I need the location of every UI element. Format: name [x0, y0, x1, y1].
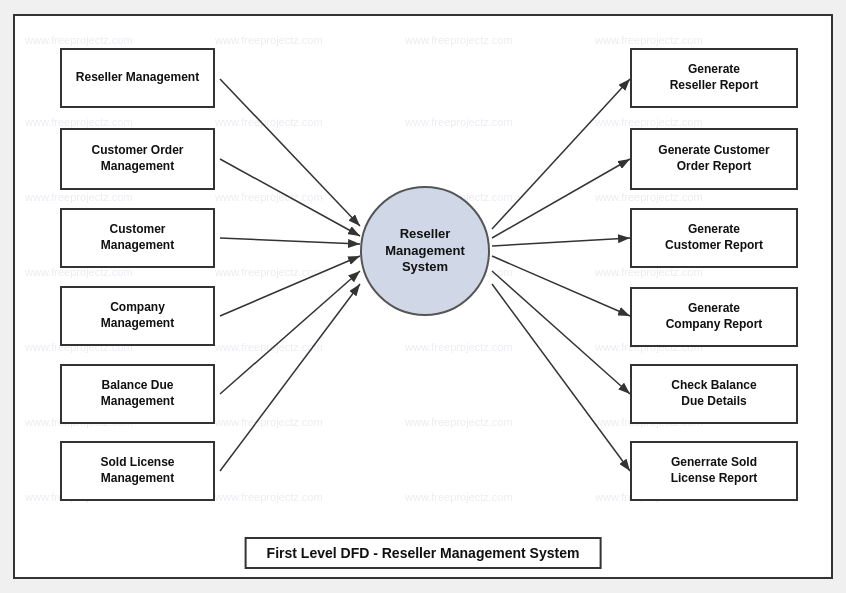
box-gen-customer: GenerateCustomer Report: [630, 208, 798, 268]
svg-line-12: [492, 284, 630, 471]
center-label: Reseller Management System: [362, 226, 488, 277]
box-customer-order: Customer OrderManagement: [60, 128, 215, 190]
box-balance: Balance DueManagement: [60, 364, 215, 424]
svg-line-2: [220, 159, 360, 236]
center-circle: Reseller Management System: [360, 186, 490, 316]
box-check-balance: Check BalanceDue Details: [630, 364, 798, 424]
caption: First Level DFD - Reseller Management Sy…: [245, 537, 602, 569]
svg-line-8: [492, 159, 630, 238]
svg-line-9: [492, 238, 630, 246]
svg-line-11: [492, 271, 630, 394]
svg-line-3: [220, 238, 360, 244]
box-customer: CustomerManagement: [60, 208, 215, 268]
svg-line-10: [492, 256, 630, 316]
svg-line-7: [492, 79, 630, 229]
box-gen-company: GenerateCompany Report: [630, 287, 798, 347]
svg-line-5: [220, 271, 360, 394]
box-gen-reseller: GenerateReseller Report: [630, 48, 798, 108]
svg-line-6: [220, 284, 360, 471]
main-container: www.freeprojectz.com www.freeprojectz.co…: [13, 14, 833, 579]
svg-line-4: [220, 256, 360, 316]
box-reseller: Reseller Management: [60, 48, 215, 108]
box-company: CompanyManagement: [60, 286, 215, 346]
svg-line-1: [220, 79, 360, 226]
box-gen-sold: Generrate SoldLicense Report: [630, 441, 798, 501]
box-gen-customer-order: Generate CustomerOrder Report: [630, 128, 798, 190]
box-sold-license: Sold LicenseManagement: [60, 441, 215, 501]
